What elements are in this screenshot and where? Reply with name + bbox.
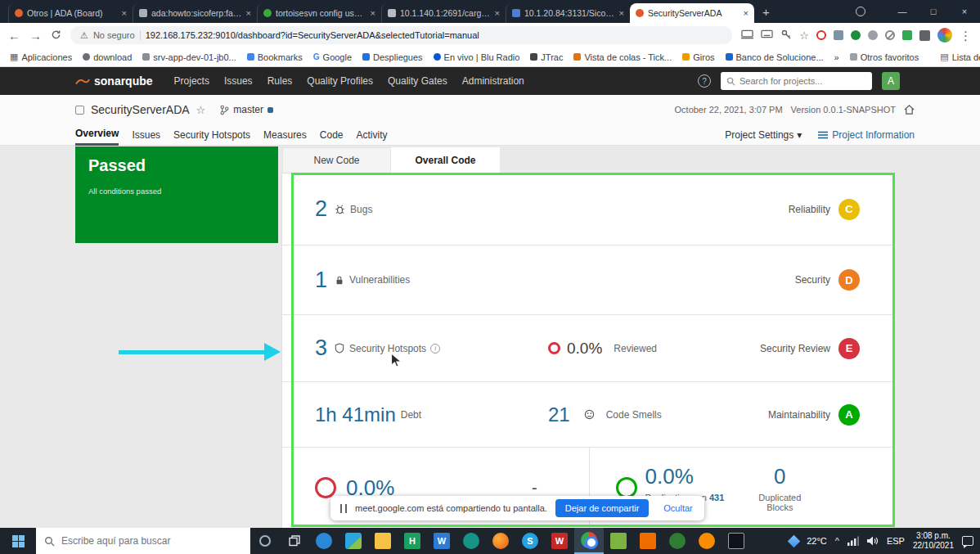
bookmark-item[interactable]: GGoogle bbox=[313, 52, 352, 62]
key-icon[interactable] bbox=[780, 29, 792, 43]
help-icon[interactable]: ? bbox=[698, 74, 711, 88]
nav-quality-gates[interactable]: Quality Gates bbox=[388, 75, 447, 87]
vulnerabilities-count[interactable]: 1 bbox=[315, 268, 327, 293]
extension-icon[interactable] bbox=[868, 30, 878, 40]
start-button[interactable] bbox=[0, 528, 36, 554]
project-settings-menu[interactable]: Project Settings ▾ bbox=[725, 129, 802, 141]
hotspots-count[interactable]: 3 bbox=[315, 336, 327, 361]
close-button[interactable]: × bbox=[949, 0, 980, 23]
security-label[interactable]: No seguro bbox=[93, 30, 135, 40]
branch-info-icon[interactable] bbox=[267, 107, 273, 113]
browser-tab[interactable]: tortoisesvn config usernam... × bbox=[257, 3, 381, 23]
minimize-button[interactable]: — bbox=[887, 0, 918, 23]
red-w-app-icon[interactable]: W bbox=[545, 528, 574, 554]
tab-close-icon[interactable]: × bbox=[744, 8, 748, 18]
bugs-label[interactable]: Bugs bbox=[350, 204, 372, 215]
extension-icon[interactable] bbox=[834, 30, 843, 40]
file-explorer-icon[interactable] bbox=[368, 528, 398, 554]
tab-measures[interactable]: Measures bbox=[263, 124, 307, 146]
extension-icon[interactable] bbox=[851, 30, 861, 40]
nav-rules[interactable]: Rules bbox=[267, 75, 293, 87]
maintainability-rating-badge[interactable]: A bbox=[838, 404, 860, 426]
save-card-icon[interactable] bbox=[741, 29, 753, 42]
bookmark-item[interactable]: Giros bbox=[682, 52, 714, 62]
temperature-label[interactable]: 22°C bbox=[807, 536, 827, 546]
url-text[interactable]: 192.168.175.232:9010/dashboard?id=Securi… bbox=[146, 30, 479, 40]
taskbar-search[interactable] bbox=[36, 528, 250, 554]
forward-icon[interactable]: → bbox=[29, 29, 42, 42]
vulnerabilities-label[interactable]: Vulnerabilities bbox=[349, 274, 410, 286]
green-app-icon[interactable] bbox=[604, 528, 633, 554]
security-rating-badge[interactable]: D bbox=[838, 269, 860, 291]
volume-icon[interactable] bbox=[867, 536, 879, 546]
green-circle-app-icon[interactable] bbox=[663, 528, 692, 554]
tab-new-code[interactable]: New Code bbox=[282, 147, 391, 173]
search-input[interactable] bbox=[739, 76, 866, 86]
tab-close-icon[interactable]: × bbox=[246, 8, 251, 18]
browser-tab[interactable]: ada:howto:sicoferp:factory... × bbox=[133, 3, 257, 23]
other-bookmarks[interactable]: Otros favoritos bbox=[850, 52, 919, 62]
browser-tab[interactable]: Otros | ADA (Board) × bbox=[8, 3, 133, 23]
apps-shortcut[interactable]: ▦ Aplicaciones bbox=[10, 52, 72, 62]
tray-expand-icon[interactable]: ^ bbox=[835, 536, 839, 546]
bookmark-star-icon[interactable]: ☆ bbox=[799, 29, 809, 42]
tab-close-icon[interactable]: × bbox=[495, 8, 500, 18]
extension-blocked-icon[interactable] bbox=[885, 30, 895, 40]
tab-activity[interactable]: Activity bbox=[356, 124, 387, 146]
security-warning-icon[interactable]: ⚠ bbox=[80, 30, 88, 41]
hide-banner-button[interactable]: Ocultar bbox=[657, 499, 699, 517]
maximize-button[interactable]: □ bbox=[918, 0, 949, 23]
network-icon[interactable] bbox=[847, 536, 859, 546]
reliability-rating-badge[interactable]: C bbox=[838, 199, 860, 220]
bookmarks-overflow-chevron[interactable]: » bbox=[834, 52, 839, 62]
brave-icon[interactable] bbox=[692, 528, 722, 554]
terminal-icon[interactable] bbox=[722, 528, 751, 554]
tab-close-icon[interactable]: × bbox=[371, 8, 375, 18]
media-controls-icon[interactable] bbox=[856, 7, 865, 16]
browser-tab[interactable]: 10.1.140.1:2691/cargarArch... × bbox=[381, 3, 506, 23]
sonarqube-logo[interactable]: sonarqube bbox=[75, 74, 153, 88]
keyboard-icon[interactable] bbox=[761, 29, 773, 41]
hotspots-label[interactable]: Security Hotspots bbox=[349, 343, 426, 354]
tab-issues[interactable]: Issues bbox=[132, 124, 160, 146]
code-smells-count[interactable]: 21 bbox=[548, 403, 570, 426]
bookmark-item[interactable]: En vivo | Blu Radio bbox=[434, 52, 520, 62]
info-icon[interactable]: i bbox=[430, 344, 440, 354]
reviewed-percent[interactable]: 0.0% bbox=[567, 340, 602, 358]
skype-icon[interactable]: S bbox=[515, 528, 545, 554]
tab-overall-code[interactable]: Overall Code bbox=[391, 147, 500, 173]
debt-value[interactable]: 1h 41min bbox=[315, 403, 396, 426]
chrome-icon[interactable] bbox=[574, 528, 604, 554]
favorite-star-icon[interactable]: ☆ bbox=[196, 104, 206, 116]
task-view-icon[interactable] bbox=[280, 528, 309, 554]
browser-tab[interactable]: 10.1.20.84:3131/SicofMobil... × bbox=[506, 3, 630, 23]
bugs-count[interactable]: 2 bbox=[315, 196, 327, 222]
clock[interactable]: 3:08 p.m. 22/10/2021 bbox=[913, 531, 954, 551]
security-review-rating-badge[interactable]: E bbox=[838, 338, 860, 359]
firefox-icon[interactable] bbox=[486, 528, 515, 554]
tab-close-icon[interactable]: × bbox=[122, 8, 127, 18]
bookmark-item[interactable]: download bbox=[83, 52, 132, 62]
code-smells-label[interactable]: Code Smells bbox=[606, 409, 662, 421]
bookmark-item[interactable]: Vista de colas - Tick... bbox=[573, 52, 672, 62]
bookmark-item[interactable]: srv-app-dev-01-jb0... bbox=[142, 52, 236, 62]
stop-sharing-button[interactable]: Dejar de compartir bbox=[555, 499, 649, 517]
extensions-puzzle-icon[interactable] bbox=[919, 30, 930, 41]
green-h-app-icon[interactable]: H bbox=[398, 528, 427, 554]
teal-app-icon[interactable] bbox=[456, 528, 486, 554]
browser-tab-active[interactable]: SecurityServerADA × bbox=[630, 3, 754, 23]
bookmark-item[interactable]: JTrac bbox=[530, 52, 563, 62]
bookmark-item[interactable]: Banco de Solucione... bbox=[726, 52, 824, 62]
database-app-icon[interactable] bbox=[339, 528, 368, 554]
language-indicator[interactable]: ESP bbox=[887, 536, 905, 546]
bookmark-item[interactable]: Bookmarks bbox=[247, 52, 303, 62]
reading-list[interactable]: ▤ Lista de lectura bbox=[940, 52, 980, 62]
cortana-icon[interactable] bbox=[250, 528, 280, 554]
branch-selector[interactable]: master bbox=[220, 104, 273, 115]
weather-icon[interactable] bbox=[788, 534, 801, 547]
tab-security-hotspots[interactable]: Security Hotspots bbox=[173, 124, 250, 146]
duplication-lines-count[interactable]: 431 bbox=[709, 493, 724, 502]
home-icon[interactable] bbox=[904, 105, 915, 115]
blue-app-icon[interactable] bbox=[309, 528, 339, 554]
project-information-link[interactable]: Project Information bbox=[818, 129, 915, 141]
